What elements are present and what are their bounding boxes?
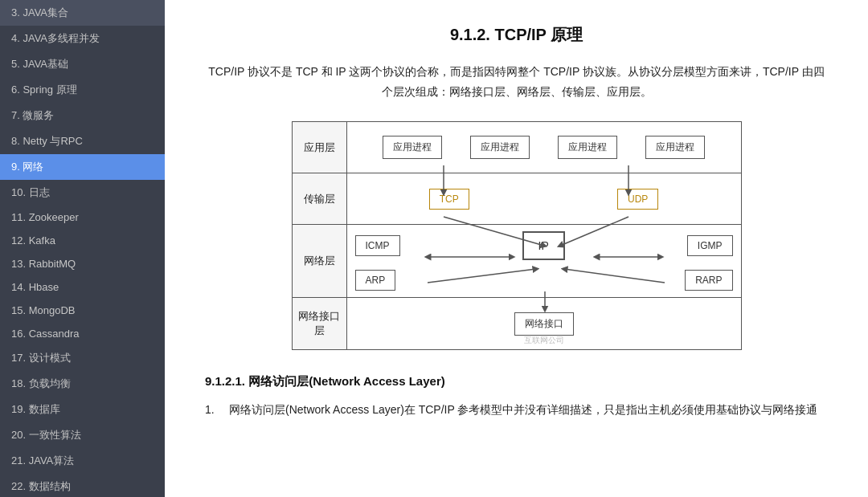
- section-title: 9.1.2. TCP/IP 原理: [205, 24, 828, 46]
- diagram-container: 应用层 应用进程 应用进程 应用进程 应用进程 传输层: [205, 121, 828, 350]
- sidebar-item-18[interactable]: 18. 负载均衡: [0, 371, 165, 397]
- sidebar-item-16[interactable]: 16. Cassandra: [0, 322, 165, 345]
- watermark: 互联网公司: [524, 335, 564, 346]
- sidebar-item-7[interactable]: 7. 微服务: [0, 103, 165, 128]
- main-content: 9.1.2. TCP/IP 原理 TCP/IP 协议不是 TCP 和 IP 这两…: [165, 0, 868, 497]
- app-proc-1: 应用进程: [383, 136, 442, 159]
- transport-arrows-svg: [347, 173, 741, 224]
- sidebar: 3. JAVA集合4. JAVA多线程并发5. JAVA基础6. Spring …: [0, 0, 165, 497]
- app-layer-row: 应用层 应用进程 应用进程 应用进程 应用进程: [293, 122, 741, 173]
- list-text-1: 网络访问层(Network Access Layer)在 TCP/IP 参考模型…: [229, 399, 817, 421]
- netif-layer-content: 网络接口 互联网公司: [347, 298, 741, 349]
- sidebar-item-8[interactable]: 8. Netty 与RPC: [0, 128, 165, 154]
- sidebar-item-3[interactable]: 3. JAVA集合: [0, 0, 165, 26]
- sidebar-item-22[interactable]: 22. 数据结构: [0, 474, 165, 497]
- arp-box: ARP: [355, 270, 396, 291]
- network-layer-row: 网络层: [293, 225, 741, 298]
- sidebar-item-19[interactable]: 19. 数据库: [0, 397, 165, 422]
- sidebar-item-20[interactable]: 20. 一致性算法: [0, 422, 165, 448]
- sidebar-item-5[interactable]: 5. JAVA基础: [0, 51, 165, 77]
- app-layer-content: 应用进程 应用进程 应用进程 应用进程: [347, 122, 741, 173]
- sidebar-item-17[interactable]: 17. 设计模式: [0, 345, 165, 371]
- network-bottom-row: ARP RARP: [355, 270, 733, 291]
- list-num-1: 1.: [205, 399, 224, 421]
- network-top-row: ICMP IP IGMP: [355, 231, 733, 260]
- tcpip-diagram: 应用层 应用进程 应用进程 应用进程 应用进程 传输层: [292, 121, 742, 350]
- rarp-box: RARP: [685, 270, 732, 291]
- sidebar-item-13[interactable]: 13. RabbitMQ: [0, 252, 165, 275]
- network-layer-content: ICMP IP IGMP ARP RARP: [347, 225, 741, 297]
- transport-layer-label: 传输层: [293, 173, 347, 224]
- sidebar-item-12[interactable]: 12. Kafka: [0, 229, 165, 252]
- netif-box: 网络接口: [514, 312, 574, 336]
- intro-text: TCP/IP 协议不是 TCP 和 IP 这两个协议的合称，而是指因特网整个 T…: [205, 62, 828, 102]
- app-proc-3: 应用进程: [558, 136, 617, 159]
- sidebar-item-10[interactable]: 10. 日志: [0, 180, 165, 206]
- app-layer-label: 应用层: [293, 122, 347, 173]
- transport-layer-content: TCP UDP: [347, 173, 741, 224]
- transport-layer-row: 传输层: [293, 173, 741, 225]
- igmp-box: IGMP: [687, 235, 733, 256]
- subsection-title: 9.1.2.1. 网络访问层(Network Access Layer): [205, 374, 828, 389]
- sidebar-item-4[interactable]: 4. JAVA多线程并发: [0, 26, 165, 51]
- sidebar-item-21[interactable]: 21. JAVA算法: [0, 448, 165, 474]
- sidebar-item-14[interactable]: 14. Hbase: [0, 275, 165, 299]
- app-proc-2: 应用进程: [470, 136, 530, 159]
- sidebar-item-9[interactable]: 9. 网络: [0, 154, 165, 180]
- list-item-1: 1. 网络访问层(Network Access Layer)在 TCP/IP 参…: [205, 399, 828, 421]
- udp-box: UDP: [617, 189, 658, 210]
- diagram-wrapper: 应用层 应用进程 应用进程 应用进程 应用进程 传输层: [292, 121, 742, 350]
- sidebar-item-15[interactable]: 15. MongoDB: [0, 299, 165, 322]
- netif-layer-label: 网络接口层: [293, 298, 347, 349]
- sidebar-item-11[interactable]: 11. Zookeeper: [0, 206, 165, 229]
- icmp-box: ICMP: [355, 235, 400, 256]
- network-layer-label: 网络层: [293, 225, 347, 297]
- ip-box: IP: [522, 231, 565, 260]
- sidebar-item-6[interactable]: 6. Spring 原理: [0, 77, 165, 103]
- app-proc-4: 应用进程: [645, 136, 705, 159]
- highlight-text: 只是指出主机必须使用基础协议与网络接通: [604, 403, 817, 416]
- netif-layer-row: 网络接口层 网络接口 互联网公司: [293, 298, 741, 349]
- tcp-box: TCP: [429, 189, 469, 210]
